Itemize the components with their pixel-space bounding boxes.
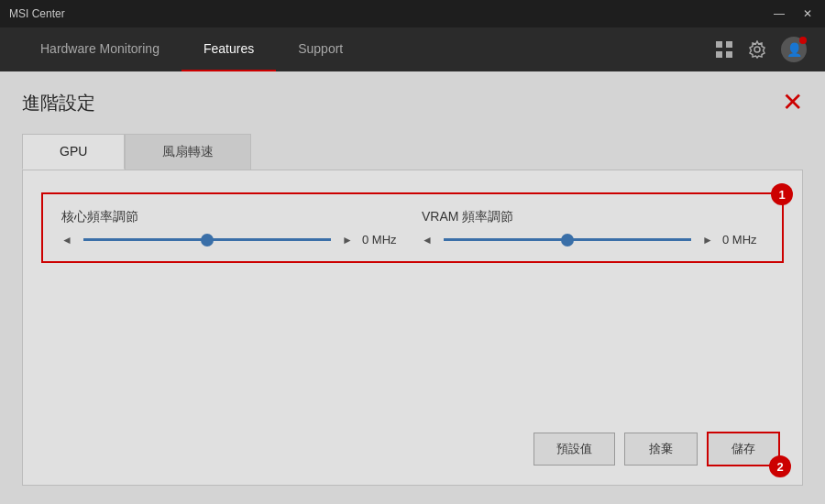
gear-icon [748, 40, 766, 59]
svg-rect-0 [716, 41, 722, 48]
save-wrapper: 儲存 2 [707, 432, 780, 466]
core-frequency-group: 核心頻率調節 ◄ ► 0 MHz [61, 209, 403, 247]
svg-rect-2 [716, 51, 722, 58]
core-frequency-value: 0 MHz [362, 233, 403, 247]
badge-1: 1 [771, 183, 793, 205]
cancel-button[interactable]: 捨棄 [624, 433, 698, 466]
core-arrow-right[interactable]: ► [342, 234, 353, 247]
title-bar: MSI Center — ✕ [0, 0, 825, 27]
vram-frequency-label: VRAM 頻率調節 [422, 209, 764, 225]
grid-icon-button[interactable] [715, 40, 733, 59]
window-controls: — ✕ [770, 7, 816, 20]
minimize-button[interactable]: — [770, 7, 788, 20]
page-header: 進階設定 ✕ [22, 90, 803, 115]
core-frequency-slider[interactable] [83, 238, 331, 241]
grid-icon [715, 40, 733, 59]
close-page-button[interactable]: ✕ [782, 90, 803, 115]
bottom-buttons: 預設值 捨棄 儲存 2 [534, 432, 780, 466]
core-frequency-label: 核心頻率調節 [61, 209, 403, 225]
nav-tabs: Hardware Monitoring Features Support [18, 27, 365, 71]
vram-frequency-slider[interactable] [444, 238, 691, 241]
sliders-container: 1 核心頻率調節 ◄ ► 0 MHz VRAM 頻率調節 ◄ ► 0 MHz [41, 192, 784, 263]
page-title: 進階設定 [22, 91, 95, 115]
inner-tabs: GPU 風扇轉速 [22, 134, 803, 170]
vram-frequency-group: VRAM 頻率調節 ◄ ► 0 MHz [422, 209, 764, 247]
notification-dot [799, 37, 807, 44]
nav-bar: Hardware Monitoring Features Support 👤 [0, 27, 825, 71]
badge-2: 2 [769, 455, 791, 477]
inner-tab-gpu[interactable]: GPU [22, 134, 125, 170]
svg-rect-1 [726, 41, 732, 48]
svg-point-4 [754, 47, 760, 52]
svg-rect-3 [726, 51, 732, 58]
app-title: MSI Center [9, 7, 65, 20]
settings-panel: 1 核心頻率調節 ◄ ► 0 MHz VRAM 頻率調節 ◄ ► 0 MHz [22, 170, 803, 486]
close-window-button[interactable]: ✕ [799, 7, 816, 20]
default-button[interactable]: 預設值 [534, 433, 615, 466]
tab-hardware-monitoring[interactable]: Hardware Monitoring [18, 27, 182, 71]
tab-support[interactable]: Support [276, 27, 365, 71]
nav-icons: 👤 [715, 27, 807, 71]
vram-slider-row: ◄ ► 0 MHz [422, 233, 764, 247]
content-area: 進階設定 ✕ GPU 風扇轉速 1 核心頻率調節 ◄ ► 0 MHz [0, 71, 825, 504]
core-slider-row: ◄ ► 0 MHz [61, 233, 403, 247]
vram-arrow-right[interactable]: ► [702, 234, 713, 247]
vram-frequency-value: 0 MHz [722, 233, 764, 247]
vram-arrow-left[interactable]: ◄ [422, 234, 433, 247]
core-arrow-left[interactable]: ◄ [61, 234, 72, 247]
settings-icon-button[interactable] [748, 40, 766, 59]
avatar[interactable]: 👤 [781, 37, 807, 62]
tab-features[interactable]: Features [182, 27, 276, 71]
inner-tab-fan-speed[interactable]: 風扇轉速 [125, 134, 251, 170]
